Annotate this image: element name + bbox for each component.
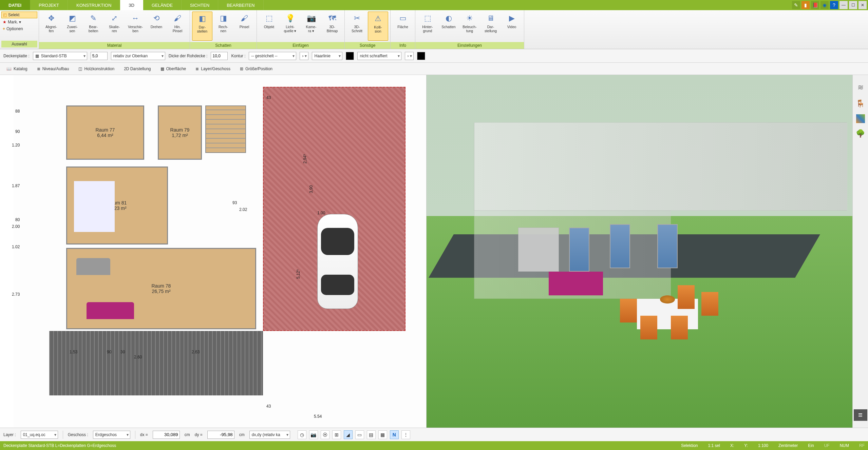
menu-tab-3d[interactable]: 3D <box>120 0 143 10</box>
dim-512: 5,12⁵ <box>296 269 301 279</box>
panel-btn-6[interactable]: ⊞Größe/Position <box>237 65 276 73</box>
armchair-2d[interactable] <box>76 258 110 275</box>
window-close-button[interactable]: ✕ <box>858 1 867 9</box>
toolbar-book-icon[interactable]: 📕 <box>811 1 819 9</box>
car-2d[interactable] <box>317 214 358 309</box>
menu-tab-sichten[interactable]: SICHTEN <box>182 0 218 10</box>
stairs-2d[interactable] <box>205 105 246 153</box>
ribbon-btn-2-2[interactable]: 📷Kame-ra ▾ <box>301 12 321 41</box>
ribbon-icon: ⬚ <box>264 13 275 24</box>
toolbar-color-icon[interactable]: ▮ <box>801 1 810 9</box>
layer-dropdown[interactable]: 01_uq.eq.oc <box>21 431 58 439</box>
relative-dropdown[interactable]: relativ zur Oberkan <box>111 52 165 60</box>
ribbon-btn-0-1[interactable]: ◩Zuwei-sen <box>62 12 82 41</box>
ribbon-btn-2-0[interactable]: ⬚Objekt <box>259 12 279 41</box>
ribbon-btn-0-6[interactable]: 🖌Hin.Pinsel <box>167 12 188 41</box>
panel-btn-2[interactable]: ◫Holzkonstruktion <box>75 65 117 73</box>
ribbon-btn-0-5[interactable]: ⟲Drehen <box>146 12 167 41</box>
panel-btn-0[interactable]: 📖Katalog <box>3 65 31 73</box>
menu-tab-bearbeiten[interactable]: BEARBEITEN <box>218 0 263 10</box>
ribbon-btn-4-0[interactable]: ▭Fläche <box>393 12 413 41</box>
ribbon-btn-5-1[interactable]: ◐Schatten <box>438 12 459 41</box>
dim-263: 2.63 <box>192 350 200 354</box>
coord-mode-dropdown[interactable]: dx,dy (relativ ka <box>249 431 290 439</box>
dim-88: 88 <box>15 109 20 114</box>
toolbar-pencil-icon[interactable]: ✎ <box>792 1 800 9</box>
options-tool[interactable]: +Optionen <box>1 26 37 32</box>
dim-100: 1.00 <box>317 211 325 215</box>
ribbon-icon: ◐ <box>443 13 454 24</box>
layers-icon[interactable]: ≋ <box>855 82 866 93</box>
ribbon-btn-2-3[interactable]: 🗺3D-Bitmap <box>322 12 342 41</box>
sofa-2d[interactable] <box>87 302 134 319</box>
ribbon-btn-0-3[interactable]: ⤢Skalie-ren <box>104 12 125 41</box>
ribbon-group-schatten: ◧Dar-stellen◨Rech-nen🖌PinselSchatten <box>190 10 257 49</box>
hatch-color-swatch[interactable] <box>417 52 425 60</box>
bed-2d[interactable] <box>74 181 115 232</box>
ribbon-btn-3-1[interactable]: ⚠Kolli-sion <box>368 12 388 41</box>
ribbon-btn-5-0[interactable]: ⬚Hinter-grund <box>417 12 438 41</box>
ribbon-btn-1-0[interactable]: ◧Dar-stellen <box>192 12 212 41</box>
contour-arrow-dropdown[interactable]: › <box>300 52 308 60</box>
select-tool[interactable]: ◰Selekt <box>1 12 37 18</box>
panel-icon: ≣ <box>37 66 40 71</box>
ribbon-btn-0-4[interactable]: ↔Verschie-ben <box>125 12 146 41</box>
ribbon-btn-0-2[interactable]: ✎Bear-beiten <box>83 12 103 41</box>
north-icon[interactable]: N <box>390 430 399 439</box>
thickness-input[interactable] <box>211 52 228 60</box>
ribbon-icon: ⤢ <box>109 13 120 24</box>
camera-icon[interactable]: 📷 <box>309 430 318 439</box>
ribbon-btn-1-2[interactable]: 🖌Pinsel <box>234 12 254 41</box>
panel-icon: 📖 <box>6 66 12 71</box>
room-77[interactable]: Raum 776,44 m² <box>66 105 144 160</box>
menu-tab-datei[interactable]: DATEI <box>0 0 30 10</box>
snap-icon-2[interactable]: ◢ <box>344 430 353 439</box>
geschoss-dropdown[interactable]: Erdgeschos <box>93 431 130 439</box>
menu-tab-projekt[interactable]: PROJEKT <box>30 0 68 10</box>
panel-btn-3[interactable]: 2D Darstellung <box>121 65 154 73</box>
mark-tool[interactable]: ★Mark. ▾ <box>1 19 37 25</box>
menu-tab-konstruktion[interactable]: KONSTRUKTION <box>68 0 120 10</box>
window-maximize-button[interactable]: ☐ <box>849 1 857 9</box>
2d-view[interactable]: Raum 776,44 m² Raum 791,72 m² Raum 8110,… <box>0 75 427 428</box>
bottom-bar: Layer : 01_uq.eq.oc Geschoss : Erdgescho… <box>0 428 868 441</box>
record-icon[interactable]: ⦿ <box>321 430 329 439</box>
ribbon-btn-2-1[interactable]: 💡Licht-quelle ▾ <box>280 12 300 41</box>
panel-btn-4[interactable]: ▦Oberfläche <box>157 65 189 73</box>
panel-btn-1[interactable]: ≣Niveau/Aufbau <box>34 65 72 73</box>
offset-input[interactable] <box>91 52 108 60</box>
material-dropdown[interactable]: ▦Standard-STB <box>33 52 87 60</box>
3d-view[interactable] <box>427 75 853 428</box>
more-icon[interactable]: ⋮ <box>401 430 410 439</box>
dx-input[interactable] <box>153 431 180 439</box>
contour-color-swatch[interactable] <box>346 52 354 60</box>
furniture-icon[interactable]: 🪑 <box>855 98 866 110</box>
menu-tab-gelaende[interactable]: GELÄNDE <box>143 0 182 10</box>
property-bar: Deckenplatte : ▦Standard-STB relativ zur… <box>0 49 868 63</box>
ribbon-btn-1-1[interactable]: ◨Rech-nen <box>213 12 233 41</box>
materials-icon[interactable] <box>856 114 865 123</box>
snap-icon-1[interactable]: ⊞ <box>332 430 341 439</box>
ribbon-btn-5-4[interactable]: ▶Video <box>502 12 522 41</box>
snap-icon-3[interactable]: ▭ <box>355 430 364 439</box>
toolbar-circle-icon[interactable]: ◉ <box>820 1 829 9</box>
ribbon-btn-0-0[interactable]: ✥Abgrei-fen <box>41 12 61 41</box>
panel-btn-5[interactable]: ≣Layer/Geschoss <box>192 65 233 73</box>
contour-style-dropdown[interactable]: -- gestrichelt -- <box>249 52 296 60</box>
window-minimize-button[interactable]: — <box>839 1 848 9</box>
expand-panel-icon[interactable]: ≡ <box>854 409 867 421</box>
plants-icon[interactable]: 🌳 <box>855 128 866 139</box>
hatch-dropdown[interactable]: nicht schraffiert <box>357 52 401 60</box>
grid-icon[interactable]: ▦ <box>378 430 387 439</box>
ribbon-btn-3-0[interactable]: ✂3D-Schnitt <box>347 12 367 41</box>
room-81[interactable]: Raum 8110,23 m² <box>66 167 168 244</box>
snap-icon-4[interactable]: ▤ <box>367 430 376 439</box>
dy-input[interactable] <box>207 431 234 439</box>
history-icon[interactable]: ◷ <box>298 430 306 439</box>
room-79[interactable]: Raum 791,72 m² <box>158 105 202 160</box>
ribbon-btn-5-3[interactable]: 🖥Dar-stellung <box>480 12 501 41</box>
ribbon-btn-5-2[interactable]: ☀Beleuch-tung <box>459 12 480 41</box>
line-weight-dropdown[interactable]: Haarlinie <box>312 52 342 60</box>
hatch-arrow-dropdown[interactable]: › <box>405 52 414 60</box>
toolbar-help-icon[interactable]: ? <box>830 1 838 9</box>
